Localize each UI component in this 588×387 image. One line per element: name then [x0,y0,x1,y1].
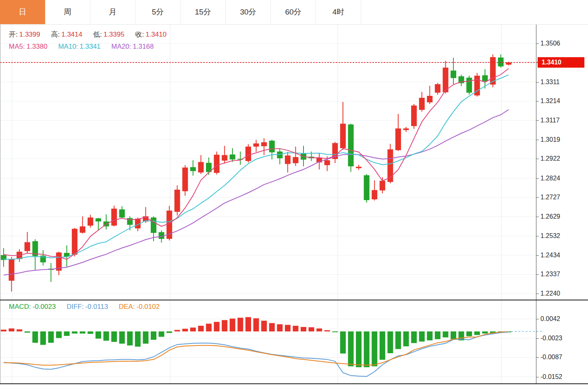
candle-down [151,217,156,233]
candle-down [348,124,354,166]
macd-bar-positive [17,329,22,331]
macd-bar-negative [119,331,125,344]
ma5-value: 1.3380 [27,43,48,50]
macd-bar-positive [198,326,204,331]
price-axis-label: 1.2532 [540,232,560,240]
macd-bar-positive [261,321,267,331]
macd-bar-negative [64,331,70,336]
macd-bar-negative [332,331,338,332]
candle-up [403,128,409,130]
diff-value: -0.0113 [85,303,108,310]
price-axis-label-tick [536,255,539,256]
tab-timeframe-5[interactable]: 30分 [226,0,271,24]
price-axis-label: 1.2240 [540,290,560,298]
tab-timeframe-6[interactable]: 60分 [271,0,316,24]
macd-bar-negative [348,331,354,366]
candle-up [372,190,377,199]
macd-bar-negative [135,331,141,347]
macd-bar-negative [96,331,101,339]
candle-down [230,155,235,159]
price-axis-label: 1.3506 [540,39,560,48]
tab-timeframe-7[interactable]: 4时 [316,0,361,24]
candle-up [356,167,362,168]
candle-up [72,229,77,255]
candle-down [466,78,472,93]
ma10-line [4,75,509,259]
price-axis-label: 1.2434 [540,251,560,259]
price-axis-label: 1.3019 [540,136,560,144]
macd-bar-negative [80,331,85,333]
candle-down [482,75,488,81]
macd-bar-positive [324,330,330,331]
candle-up [222,155,227,161]
macd-bar-negative [387,331,393,353]
candle-up [182,168,188,191]
close-value: 1.3410 [145,31,166,38]
macd-axis-label: -0.0087 [540,353,562,361]
price-axis-label-tick [536,43,539,44]
macd-value: -0.0023 [33,303,56,310]
macd-bar-positive [309,327,314,331]
dea-label: DEA: [119,303,135,310]
price-axis-label-tick [536,140,539,140]
macd-bar-positive [222,320,227,331]
macd-axis-label: 0.0042 [540,315,560,323]
macd-bar-negative [104,331,109,341]
price-axis-label: 1.2337 [540,270,560,278]
candle-up [506,62,511,64]
candle-up [285,155,291,164]
macd-bar-negative [32,331,38,343]
macd-bar-negative [72,331,77,333]
macd-bar-positive [269,323,275,331]
high-value: 1.3414 [61,31,82,38]
tab-timeframe-4[interactable]: 15分 [181,0,226,24]
diff-line [4,332,509,377]
candle-up [9,259,15,281]
macd-bar-negative [395,331,401,349]
macd-axis-label-tick [536,377,539,377]
chart-left-border [0,24,0,384]
price-axis-label: 1.2922 [540,155,560,163]
macd-bar-positive [1,330,6,331]
macd-bar-negative [87,331,93,334]
candle-up [419,98,425,110]
candle-up [380,181,385,190]
macd-bar-positive [245,317,251,331]
tab-timeframe-2[interactable]: 月 [90,0,135,24]
price-axis-label-tick [536,82,539,83]
candle-down [498,58,504,66]
ma10-value: 1.3341 [80,43,101,50]
candle-up [80,226,85,233]
price-axis-label-tick [536,120,539,121]
macd-bar-positive [214,322,220,331]
ma20-label: MA20: [111,43,131,50]
tab-timeframe-3[interactable]: 5分 [135,0,181,24]
candle-up [245,147,251,161]
macd-bar-positive [253,318,259,331]
candle-down [119,209,125,217]
price-axis-label-tick [536,159,539,159]
macd-bar-negative [427,331,432,340]
candle-up [198,162,204,172]
candle-up [87,217,93,226]
macd-bar-negative [111,331,117,342]
ma5-line [4,68,509,259]
price-axis-label: 1.3311 [540,78,560,86]
tab-timeframe-0[interactable]: 日 [0,0,45,24]
candle-up [340,124,346,148]
macd-bar-negative [356,331,362,367]
macd-axis-label: -0.0023 [540,334,562,342]
price-axis-label-tick [536,217,539,217]
macd-bar-negative [411,331,417,343]
dea-line [4,332,509,365]
macd-bar-negative [25,331,30,333]
tab-timeframe-1[interactable]: 周 [45,0,90,24]
ma5-label: MA5: [9,43,25,50]
price-axis-label: 1.2727 [540,193,560,201]
price-axis-label-tick [536,178,539,179]
macd-bar-negative [340,331,346,354]
close-label: 收: [135,31,144,38]
candle-down [190,167,196,171]
macd-bar-positive [9,329,15,331]
candle-up [324,160,330,165]
